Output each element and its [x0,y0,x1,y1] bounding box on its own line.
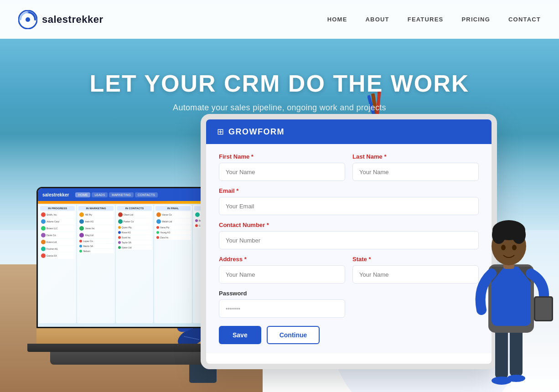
form-title: GROWFORM [228,127,285,137]
nav-pricing[interactable]: PRICING [461,16,490,23]
email-label: Email * [219,187,479,194]
crm-card: Rose AG [117,230,152,235]
nav-features[interactable]: FEATURES [408,16,444,23]
crm-card: Davis Co. [40,232,75,238]
crm-card: Adams Corp [40,218,75,225]
col-header-4: IN FINAL [155,206,190,211]
svg-point-33 [512,245,517,250]
col-header-1: IN PROGRESS [40,206,75,211]
crm-tabs: HOME LEADS MARKETING CONTACTS [75,192,158,197]
form-actions: Save Continue [219,326,479,344]
crm-card: Fischer AG [40,246,75,252]
password-group: Password [219,290,345,318]
crm-card: Brown LLC [40,225,75,232]
crm-card: Garcia SA [40,253,75,259]
last-name-group: Last Name * [352,153,479,181]
crm-col-1: IN PROGRESS Smith, Inc. Adams Corp Brown… [39,205,76,323]
crm-tab-4: CONTACTS [135,192,158,197]
email-group: Email * [219,187,479,215]
crm-tab-2: LEADS [92,192,108,197]
svg-point-22 [507,375,525,382]
state-input[interactable] [352,265,479,284]
crm-card: Walsh Ltd [155,218,190,225]
crm-card: Olsen Ltd [117,211,152,218]
main-nav: HOME ABOUT FEATURES PRICING CONTACT [327,16,541,23]
logo-text: salestrekker [42,14,103,26]
laptop-foot [50,352,219,365]
crm-card: Parker Co [117,218,152,225]
first-name-input[interactable] [219,163,345,181]
crm-card: Taylor SA [117,240,152,245]
crm-card: Nelson [78,249,113,253]
crm-col-4: IN FINAL Vance Co Walsh Ltd Xena Pty You… [154,205,192,323]
site-header: salestrekker HOME ABOUT FEATURES PRICING… [0,0,559,39]
crm-card: Quinn Pty [117,225,152,230]
nav-home[interactable]: HOME [327,16,347,23]
nav-about[interactable]: ABOUT [366,16,389,23]
contact-number-group: Contact Number * [219,222,479,249]
crm-card: Zara Inc [155,235,190,240]
crm-card: Upton Ltd [117,245,152,250]
crm-tab-1: HOME [75,192,90,197]
crm-card: Evans Ltd [40,239,75,245]
col-header-3: IN CONTACTS [117,206,152,211]
last-name-label: Last Name * [352,153,479,160]
state-group: State * [352,256,479,284]
crm-card: Martin SA [78,244,113,248]
required-marker: * [251,153,254,160]
email-input[interactable] [219,197,479,215]
svg-rect-20 [510,328,523,376]
first-name-label: First Name * [219,153,345,160]
form-body: First Name * Last Name * Em [206,144,492,353]
hero-subtitle: Automate your sales pipeline, ongoing wo… [0,103,559,113]
tablet-form: ⊞ GROWFORM First Name * Last Name * [201,114,497,369]
form-row-5: Password [219,290,479,318]
svg-point-30 [492,226,506,244]
svg-point-1 [26,17,30,22]
svg-rect-19 [495,328,508,378]
crm-col-3: IN CONTACTS Olsen Ltd Parker Co Quinn Pt… [116,205,153,323]
crm-card: Young AG [155,230,190,235]
crm-card: Smith, Inc. [40,211,75,218]
crm-card: Xena Pty [155,225,190,230]
hero-section: salestrekker HOME ABOUT FEATURES PRICING… [0,0,559,392]
nav-contact[interactable]: CONTACT [508,16,541,23]
address-label: Address * [219,256,345,263]
crm-col-2: IN MARKETING Hill Pty Irwin AG Jones Inc… [77,205,114,323]
form-row-3: Contact Number * [219,222,479,249]
form-row-2: Email * [219,187,479,215]
svg-rect-24 [492,267,531,326]
password-label: Password [219,290,345,297]
hero-title: LET YOUR CRM DO THE WORK [0,71,559,97]
form-header: ⊞ GROWFORM [206,119,492,144]
last-name-input[interactable] [352,163,479,181]
crm-card: Lopez Co [78,239,113,243]
crm-tab-3: MARKETING [109,192,134,197]
crm-card: Scott Inc [117,235,152,240]
contact-label: Contact Number * [219,222,479,228]
crm-card: Irwin AG [78,218,113,225]
address-input[interactable] [219,265,345,284]
svg-point-32 [501,245,506,250]
form-header-icon: ⊞ [217,127,224,137]
logo-icon [18,10,37,29]
crm-brand: salestrekker [42,192,69,197]
hero-title-area: LET YOUR CRM DO THE WORK Automate your s… [0,71,559,113]
form-row-1: First Name * Last Name * [219,153,479,181]
state-label: State * [352,256,479,263]
crm-card: Jones Inc [78,225,113,232]
col-header-2: IN MARKETING [78,206,113,211]
address-group: Address * [219,256,345,284]
continue-button[interactable]: Continue [267,326,320,344]
crm-card: Hill Pty [78,211,113,218]
contact-input[interactable] [219,231,479,249]
save-button[interactable]: Save [219,326,261,344]
svg-point-31 [512,226,526,244]
person-illustration [463,164,554,392]
crm-card: Vance Co [155,211,190,218]
form-row-4: Address * State * [219,256,479,284]
svg-rect-35 [535,298,552,320]
crm-card: King Ltd [78,232,113,238]
password-input[interactable] [219,299,345,318]
logo-area: salestrekker [18,10,103,29]
